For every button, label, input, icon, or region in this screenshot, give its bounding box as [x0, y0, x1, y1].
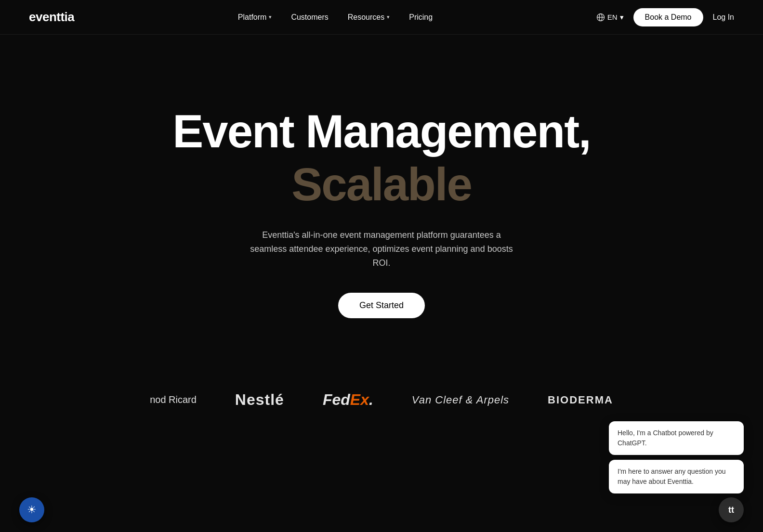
hero-description: Eventtia's all-in-one event management p…	[247, 228, 516, 270]
chatbot-bubble-2: I'm here to answer any question you may …	[609, 460, 744, 493]
hero-title-line2: Scalable	[291, 160, 472, 209]
customer-logos: nod Ricard Nestlé FedEx. Van Cleef & Arp…	[0, 372, 763, 428]
accessibility-button[interactable]: ☀	[19, 497, 44, 522]
chatbot-bubble-1: Hello, I'm a Chatbot powered by ChatGPT.	[609, 421, 744, 455]
chatbot-container: Hello, I'm a Chatbot powered by ChatGPT.…	[609, 421, 744, 493]
chatbot-fab-button[interactable]: tt	[719, 497, 744, 522]
chevron-down-icon: ▾	[269, 14, 272, 20]
nav-item-pricing[interactable]: Pricing	[409, 13, 433, 22]
brand-logo[interactable]: eventtia	[29, 10, 74, 25]
chevron-down-icon: ▾	[620, 13, 624, 22]
login-button[interactable]: Log In	[713, 13, 734, 22]
get-started-button[interactable]: Get Started	[338, 293, 425, 318]
logo-nestle: Nestlé	[235, 391, 284, 409]
navbar: eventtia Platform ▾ Customers Resources …	[0, 0, 763, 35]
globe-icon	[596, 13, 605, 22]
nav-item-resources[interactable]: Resources ▾	[348, 13, 390, 22]
language-selector[interactable]: EN ▾	[596, 13, 624, 22]
logo-bioderma: BIODERMA	[548, 394, 613, 406]
book-demo-button[interactable]: Book a Demo	[633, 8, 703, 26]
logo-fedex: FedEx.	[323, 391, 373, 409]
nav-item-platform[interactable]: Platform ▾	[238, 13, 272, 22]
logo-pernod-ricard: nod Ricard	[150, 394, 197, 405]
nav-right: EN ▾ Book a Demo Log In	[596, 8, 734, 26]
nav-item-customers[interactable]: Customers	[291, 13, 328, 22]
chevron-down-icon: ▾	[387, 14, 390, 20]
accessibility-icon: ☀	[27, 504, 37, 516]
logo-vancleef: Van Cleef & Arpels	[412, 394, 509, 406]
hero-title-line1: Event Management,	[172, 107, 591, 156]
nav-links: Platform ▾ Customers Resources ▾ Pricing	[238, 13, 433, 22]
hero-section: Event Management, Scalable Eventtia's al…	[0, 35, 763, 372]
